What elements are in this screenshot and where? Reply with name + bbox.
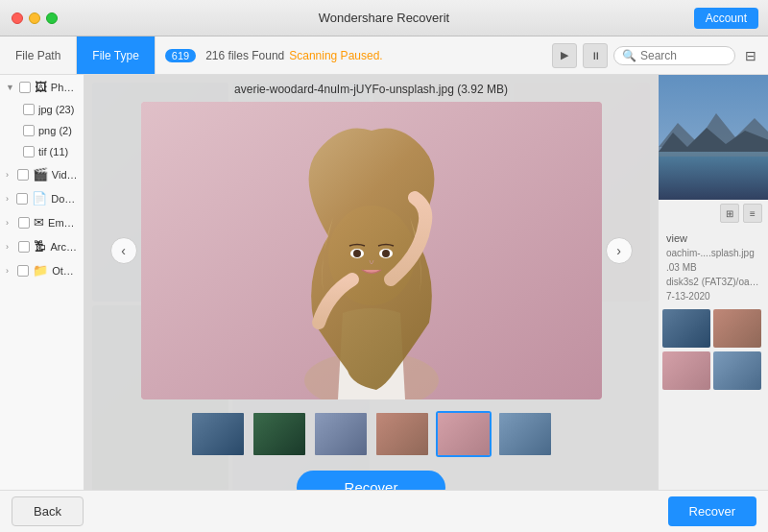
content-area: averie-woodard-4nuIm-jUYFo-unsplash.jpg … xyxy=(84,75,658,532)
right-thumb-4[interactable] xyxy=(713,351,761,390)
thumbnail-2[interactable] xyxy=(252,411,307,457)
pause-icon[interactable]: ⏸ xyxy=(583,43,608,68)
right-filesize: .03 MB xyxy=(659,260,768,275)
scanning-status: Scanning Paused. xyxy=(289,49,382,62)
back-button[interactable]: Back xyxy=(12,496,84,526)
scan-status: 619 216 files Found Scanning Paused. xyxy=(156,49,393,62)
list-view-button[interactable]: ≡ xyxy=(743,204,762,223)
filter-icon[interactable]: ⊟ xyxy=(741,48,760,63)
expand-arrow: ▼ xyxy=(6,83,15,92)
title-bar: Wondershare Recoverit Account xyxy=(0,0,768,36)
tif-checkbox[interactable] xyxy=(23,146,35,157)
thumbnail-3[interactable] xyxy=(313,411,369,457)
traffic-lights xyxy=(0,12,58,24)
thumbnail-6[interactable] xyxy=(497,411,553,457)
sidebar-item-jpg[interactable]: jpg (23) xyxy=(0,99,84,120)
file-path-tab[interactable]: File Path xyxy=(0,36,77,74)
preview-nav-area: ‹ xyxy=(103,102,640,399)
view-toggle: ⊞ ≡ xyxy=(659,200,768,227)
jpg-checkbox[interactable] xyxy=(23,104,35,115)
maximize-button[interactable] xyxy=(46,12,58,24)
recover-main-button[interactable]: Recover xyxy=(668,496,756,526)
right-thumb-image xyxy=(659,75,768,200)
thumbnail-4[interactable] xyxy=(374,411,430,457)
right-thumb-row-1 xyxy=(662,309,764,348)
preview-overlay: averie-woodard-4nuIm-jUYFo-unsplash.jpg … xyxy=(84,75,658,532)
preview-main-image xyxy=(141,102,602,399)
sidebar: ▼ 🖼 Photo jpg (23) png (2) tif (11) › 🎬 … xyxy=(0,75,84,532)
png-checkbox[interactable] xyxy=(23,125,35,136)
search-input[interactable] xyxy=(640,49,727,62)
play-icon[interactable]: ▶ xyxy=(552,43,577,68)
video-checkbox[interactable] xyxy=(17,169,29,181)
thumbnail-5[interactable] xyxy=(436,411,492,457)
svg-rect-10 xyxy=(659,152,768,200)
file-type-tab[interactable]: File Type xyxy=(77,36,155,74)
right-filename: oachim-....splash.jpg xyxy=(659,246,768,260)
preview-image-container xyxy=(141,102,602,399)
expand-arrow-video: › xyxy=(6,170,13,180)
doc-checkbox[interactable] xyxy=(16,193,28,205)
sidebar-item-email[interactable]: › ✉ Email ( xyxy=(0,210,84,234)
right-thumb-2[interactable] xyxy=(713,309,761,348)
expand-arrow-email: › xyxy=(6,218,14,228)
sidebar-item-archive[interactable]: › 🗜 Archiv xyxy=(0,234,84,258)
search-icon: 🔍 xyxy=(622,49,636,62)
sidebar-item-photo[interactable]: ▼ 🖼 Photo xyxy=(0,75,84,99)
grid-view-button[interactable]: ⊞ xyxy=(720,204,739,223)
right-path: disk3s2 (FAT3Z)/oachim-pressl-jqe... xyxy=(659,275,768,289)
files-found: 216 files Found xyxy=(205,49,284,62)
toolbar: File Path File Type 619 216 files Found … xyxy=(0,36,768,75)
toolbar-controls: ▶ ⏸ 🔍 ⊟ xyxy=(544,43,768,68)
scan-count: 619 xyxy=(165,49,196,62)
svg-point-8 xyxy=(382,250,390,257)
sidebar-item-tif[interactable]: tif (11) xyxy=(0,141,84,162)
prev-button[interactable]: ‹ xyxy=(110,237,137,264)
preview-filename: averie-woodard-4nuIm-jUYFo-unsplash.jpg … xyxy=(234,75,508,102)
expand-arrow-others: › xyxy=(6,266,13,276)
sidebar-item-others[interactable]: › 📁 Others xyxy=(0,258,84,282)
right-preview-label: view xyxy=(659,227,768,246)
right-thumb-1[interactable] xyxy=(662,309,710,348)
close-button[interactable] xyxy=(12,12,23,24)
right-thumb-row-2 xyxy=(662,351,764,390)
search-box: 🔍 xyxy=(613,46,735,65)
account-button[interactable]: Account xyxy=(694,8,758,29)
expand-arrow-archive: › xyxy=(6,242,14,252)
thumbnail-1[interactable] xyxy=(190,411,246,457)
sidebar-item-png[interactable]: png (2) xyxy=(0,120,84,141)
minimize-button[interactable] xyxy=(29,12,40,24)
right-panel: ⊞ ≡ view oachim-....splash.jpg .03 MB di… xyxy=(658,75,768,532)
svg-point-6 xyxy=(353,250,361,257)
right-thumb-3[interactable] xyxy=(662,351,710,390)
archive-checkbox[interactable] xyxy=(18,241,30,253)
sidebar-item-document[interactable]: › 📄 Docum( xyxy=(0,186,84,210)
next-button[interactable]: › xyxy=(606,237,633,264)
app-title: Wondershare Recoverit xyxy=(319,11,449,25)
right-panel-thumbnail xyxy=(659,75,768,200)
email-checkbox[interactable] xyxy=(18,217,30,229)
bottom-bar: Back Recover xyxy=(0,490,768,532)
right-date: 7-13-2020 xyxy=(659,289,768,303)
others-checkbox[interactable] xyxy=(17,265,29,277)
photo-checkbox[interactable] xyxy=(19,82,31,93)
thumbnail-strip xyxy=(190,411,553,457)
sidebar-item-video[interactable]: › 🎬 Video ( xyxy=(0,162,84,186)
main-content: ▼ 🖼 Photo jpg (23) png (2) tif (11) › 🎬 … xyxy=(0,75,768,532)
expand-arrow-doc: › xyxy=(6,194,12,204)
